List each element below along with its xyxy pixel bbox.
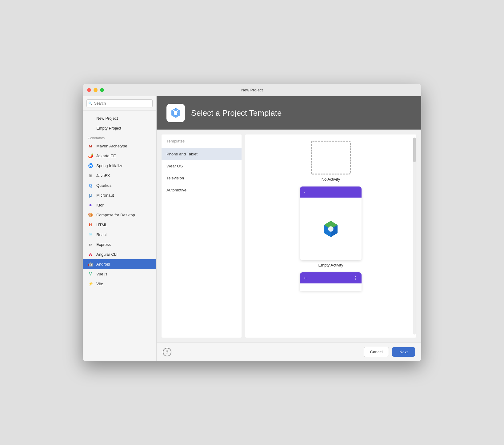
sidebar: New Project Empty Project Generators M M… xyxy=(83,96,157,361)
no-activity-label: No Activity xyxy=(322,177,340,182)
android-studio-logo xyxy=(166,104,185,122)
javafx-icon: ▣ xyxy=(88,173,93,178)
sidebar-item-label: Micronaut xyxy=(96,193,114,198)
template-item-television[interactable]: Television xyxy=(162,172,242,184)
sidebar-item-vite[interactable]: ⚡ Vite xyxy=(83,279,156,289)
micronaut-icon: μ xyxy=(88,192,93,198)
scrollbar-track[interactable] xyxy=(413,138,416,335)
sidebar-item-label: Vue.js xyxy=(96,272,107,276)
footer-actions: Cancel Next xyxy=(364,347,415,357)
window-controls xyxy=(87,88,104,92)
sidebar-item-javafx[interactable]: ▣ JavaFX xyxy=(83,170,156,180)
sidebar-item-html[interactable]: H HTML xyxy=(83,220,156,230)
vuejs-icon: V xyxy=(88,271,93,277)
template-item-phone-tablet[interactable]: Phone and Tablet xyxy=(162,148,242,160)
no-activity-card[interactable]: No Activity xyxy=(294,141,368,182)
svg-point-4 xyxy=(177,110,178,111)
sidebar-item-micronaut[interactable]: μ Micronaut xyxy=(83,190,156,200)
sidebar-item-ktor[interactable]: ● Ktor xyxy=(83,200,156,210)
cube-logo-icon xyxy=(320,218,342,240)
template-preview-panel: No Activity ← xyxy=(245,134,416,338)
sidebar-item-label: Vite xyxy=(96,282,103,286)
sidebar-item-jakarta[interactable]: 🌶️ Jakarta EE xyxy=(83,151,156,161)
sidebar-item-label: Ktor xyxy=(96,203,104,207)
content-header: Select a Project Template xyxy=(157,96,421,130)
sidebar-item-label: Maven Archetype xyxy=(96,144,127,148)
android-icon: 🤖 xyxy=(88,261,93,267)
sidebar-item-react[interactable]: ⚛ React xyxy=(83,230,156,239)
help-button[interactable]: ? xyxy=(163,348,171,356)
angular-icon: A xyxy=(88,251,93,257)
sidebar-item-label: Quarkus xyxy=(96,183,111,188)
minimize-button[interactable] xyxy=(94,88,98,92)
sidebar-item-angular[interactable]: A Angular CLI xyxy=(83,249,156,259)
sidebar-item-new-project[interactable]: New Project xyxy=(83,113,156,123)
template-item-wear-os[interactable]: Wear OS xyxy=(162,160,242,172)
empty-activity-label: Empty Activity xyxy=(318,263,343,267)
empty-project-icon xyxy=(88,125,93,131)
second-activity-preview: ← ⋮ xyxy=(300,272,362,291)
sidebar-item-empty-project[interactable]: Empty Project xyxy=(83,123,156,133)
no-activity-preview xyxy=(311,141,351,174)
templates-section-label: Templates xyxy=(162,134,242,148)
sidebar-item-compose[interactable]: 🎨 Compose for Desktop xyxy=(83,210,156,220)
react-icon: ⚛ xyxy=(88,232,93,237)
empty-activity-preview: ← xyxy=(300,186,362,260)
sidebar-item-quarkus[interactable]: Q Quarkus xyxy=(83,180,156,190)
sidebar-item-label: Spring Initializr xyxy=(96,163,122,168)
main-layout: New Project Empty Project Generators M M… xyxy=(83,96,421,361)
cancel-button[interactable]: Cancel xyxy=(364,347,389,357)
compose-icon: 🎨 xyxy=(88,212,93,218)
spring-icon: 🌀 xyxy=(88,163,93,168)
search-input[interactable] xyxy=(86,99,153,107)
sidebar-item-maven[interactable]: M Maven Archetype xyxy=(83,141,156,151)
sidebar-item-spring[interactable]: 🌀 Spring Initializr xyxy=(83,161,156,170)
sidebar-navigation: New Project Empty Project Generators M M… xyxy=(83,111,156,291)
next-button[interactable]: Next xyxy=(392,347,415,357)
page-title: Select a Project Template xyxy=(191,108,282,118)
new-project-icon xyxy=(88,115,93,121)
back-arrow-icon: ← xyxy=(303,189,308,195)
template-item-label: Automotive xyxy=(166,188,186,192)
svg-rect-6 xyxy=(177,112,178,114)
sidebar-item-label: Angular CLI xyxy=(96,252,118,257)
window-title: New Project xyxy=(241,88,263,92)
content-area: Select a Project Template Templates Phon… xyxy=(157,96,421,361)
sidebar-item-label: Express xyxy=(96,242,111,247)
svg-rect-5 xyxy=(173,112,174,114)
activity-toolbar: ← xyxy=(300,186,362,198)
overflow-menu-icon: ⋮ xyxy=(353,275,358,281)
sidebar-item-label: Compose for Desktop xyxy=(96,213,135,217)
sidebar-item-label: New Project xyxy=(96,116,118,121)
app-window: New Project New Project Empty Project Ge… xyxy=(83,84,421,361)
sidebar-item-label: HTML xyxy=(96,222,107,227)
template-item-automotive[interactable]: Automotive xyxy=(162,184,242,196)
svg-point-3 xyxy=(173,110,174,111)
template-item-label: Television xyxy=(166,176,184,180)
sidebar-item-label: JavaFX xyxy=(96,173,110,178)
second-back-arrow-icon: ← xyxy=(303,275,308,281)
second-activity-toolbar: ← ⋮ xyxy=(300,272,362,283)
activity-body xyxy=(300,198,362,260)
content-body: Templates Phone and Tablet Wear OS Telev… xyxy=(157,130,421,343)
jakarta-icon: 🌶️ xyxy=(88,153,93,158)
empty-activity-card[interactable]: ← xyxy=(294,186,368,267)
template-item-label: Wear OS xyxy=(166,164,183,168)
svg-point-1 xyxy=(174,111,178,115)
quarkus-icon: Q xyxy=(88,182,93,188)
template-item-label: Phone and Tablet xyxy=(166,152,198,156)
svg-marker-2 xyxy=(174,108,178,109)
footer: ? Cancel Next xyxy=(157,343,421,361)
sidebar-item-express[interactable]: ex Express xyxy=(83,239,156,249)
sidebar-item-android[interactable]: 🤖 Android xyxy=(83,259,156,269)
android-studio-logo-svg xyxy=(170,107,182,119)
svg-point-11 xyxy=(328,226,334,232)
vite-icon: ⚡ xyxy=(88,281,93,287)
express-icon: ex xyxy=(88,242,93,247)
sidebar-search-area xyxy=(83,96,156,111)
sidebar-item-label: Android xyxy=(96,262,110,267)
scrollbar-thumb[interactable] xyxy=(413,138,416,162)
maximize-button[interactable] xyxy=(100,88,104,92)
sidebar-item-vuejs[interactable]: V Vue.js xyxy=(83,269,156,279)
close-button[interactable] xyxy=(87,88,91,92)
